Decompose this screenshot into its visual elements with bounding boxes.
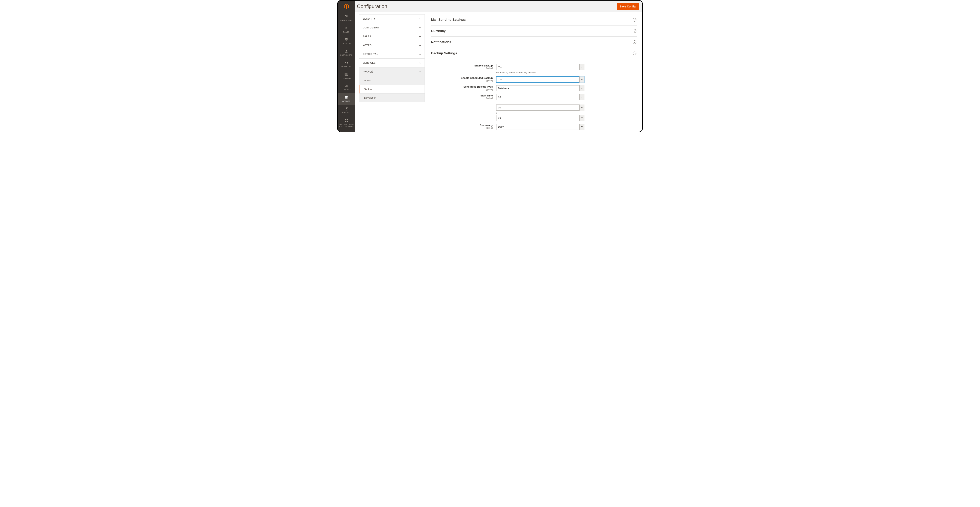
config-group-label: DOTDIGITAL xyxy=(363,53,378,56)
chevron-down-icon xyxy=(419,62,421,64)
section-notifications[interactable]: Notifications xyxy=(431,37,637,48)
scope-label: [global] xyxy=(431,97,493,99)
section-currency[interactable]: Currency xyxy=(431,26,637,37)
section-title: Mail Sending Settings xyxy=(431,18,466,22)
chevron-down-icon xyxy=(633,18,636,22)
config-item-system[interactable]: System xyxy=(359,85,425,94)
chevron-up-icon xyxy=(633,51,636,55)
config-group-yotpo[interactable]: YOTPO xyxy=(359,41,425,50)
nav-stores[interactable]: STORES xyxy=(338,93,355,105)
config-group-label: SALES xyxy=(363,35,371,38)
config-sidebar: SECURITYCUSTOMERSSALESYOTPODOTDIGITALSER… xyxy=(359,14,425,102)
start-time-mm-select[interactable]: 00 xyxy=(496,105,584,111)
page-header: Configuration Save Config xyxy=(355,1,642,12)
config-group-services[interactable]: SERVICES xyxy=(359,59,425,67)
svg-rect-11 xyxy=(345,121,346,122)
frequency-select[interactable]: Daily xyxy=(496,124,584,130)
partners-icon xyxy=(344,118,348,123)
enable-scheduled-label: Enable Scheduled Backup xyxy=(461,77,493,80)
svg-point-1 xyxy=(346,50,347,51)
section-mail-sending[interactable]: Mail Sending Settings xyxy=(431,14,637,26)
save-config-button[interactable]: Save Config xyxy=(617,3,639,10)
nav-system[interactable]: SYSTEM xyxy=(338,105,355,116)
svg-rect-7 xyxy=(347,85,347,87)
customers-icon xyxy=(344,49,348,53)
nav-label: FIND PARTNERS & EXTENSIONS xyxy=(339,123,354,128)
magento-logo[interactable] xyxy=(338,1,355,12)
backup-settings-body: Enable Backup [global] Yes Disabled by d… xyxy=(431,59,637,132)
svg-text:$: $ xyxy=(345,26,347,30)
nav-marketing[interactable]: MARKETING xyxy=(338,59,355,70)
content-icon xyxy=(344,72,348,77)
chevron-down-icon xyxy=(419,18,421,20)
chevron-down-icon xyxy=(633,40,636,44)
svg-rect-10 xyxy=(347,119,348,120)
section-title: Backup Settings xyxy=(431,51,457,55)
chevron-down-icon xyxy=(419,35,421,38)
nav-label: SALES xyxy=(343,31,350,33)
reports-icon xyxy=(344,84,348,88)
nav-label: MARKETING xyxy=(340,66,352,68)
config-group-label: AVANCÉ xyxy=(363,70,373,73)
nav-reports[interactable]: REPORTS xyxy=(338,82,355,93)
frequency-label: Frequency xyxy=(480,124,493,127)
catalog-icon xyxy=(344,37,348,42)
chevron-down-icon xyxy=(419,26,421,29)
nav-label: CATALOG xyxy=(342,43,351,45)
start-time-hh-select[interactable]: 00 xyxy=(496,94,584,100)
config-group-label: SECURITY xyxy=(363,18,375,20)
marketing-icon xyxy=(344,61,348,65)
chevron-down-icon xyxy=(419,53,421,56)
system-icon xyxy=(344,107,348,111)
nav-label: REPORTS xyxy=(342,89,351,91)
enable-backup-note: Disabled by default for security reasons… xyxy=(496,71,584,74)
config-item-developer[interactable]: Developer xyxy=(359,94,425,102)
config-group-dotdigital[interactable]: DOTDIGITAL xyxy=(359,50,425,59)
chevron-down-icon xyxy=(419,44,421,47)
nav-customers[interactable]: CUSTOMERS xyxy=(338,47,355,59)
svg-rect-3 xyxy=(345,73,347,74)
section-backup-settings[interactable]: Backup Settings xyxy=(431,48,637,59)
enable-scheduled-select[interactable]: Yes xyxy=(496,77,584,83)
enable-backup-label: Enable Backup xyxy=(474,64,493,67)
nav-partners[interactable]: FIND PARTNERS & EXTENSIONS xyxy=(338,116,355,130)
scope-label: [global] xyxy=(431,80,493,82)
sales-icon: $ xyxy=(344,26,348,30)
nav-label: CONTENT xyxy=(342,77,351,80)
scheduled-type-select[interactable]: Database xyxy=(496,85,584,91)
page-title: Configuration xyxy=(357,3,387,10)
time-separator: : xyxy=(496,101,584,104)
svg-rect-6 xyxy=(346,85,347,87)
chevron-down-icon xyxy=(633,29,636,33)
stores-icon xyxy=(344,95,348,99)
config-group-customers[interactable]: CUSTOMERS xyxy=(359,23,425,32)
start-time-ss-select[interactable]: 00 xyxy=(496,115,584,121)
enable-backup-select[interactable]: Yes xyxy=(496,64,584,70)
nav-catalog[interactable]: CATALOG xyxy=(338,35,355,47)
section-title: Currency xyxy=(431,29,446,33)
admin-nav: DASHBOARD$SALESCATALOGCUSTOMERSMARKETING… xyxy=(338,1,355,132)
start-time-label: Start Time xyxy=(480,94,493,97)
nav-label: STORES xyxy=(342,100,350,102)
config-group-label: CUSTOMERS xyxy=(363,26,379,29)
config-group-security[interactable]: SECURITY xyxy=(359,14,425,23)
nav-dashboard[interactable]: DASHBOARD xyxy=(338,12,355,24)
svg-rect-9 xyxy=(345,119,346,120)
dashboard-icon xyxy=(344,14,348,19)
time-separator: : xyxy=(496,112,584,114)
nav-sales[interactable]: $SALES xyxy=(338,24,355,35)
svg-rect-12 xyxy=(347,121,348,122)
scheduled-type-label: Scheduled Backup Type xyxy=(463,85,493,88)
config-group-sales[interactable]: SALES xyxy=(359,32,425,41)
svg-point-8 xyxy=(346,108,347,109)
config-group-label: SERVICES xyxy=(363,62,375,64)
config-group-label: YOTPO xyxy=(363,44,372,47)
nav-content[interactable]: CONTENT xyxy=(338,70,355,82)
svg-rect-4 xyxy=(345,74,347,75)
config-item-admin[interactable]: Admin xyxy=(359,76,425,85)
magento-icon xyxy=(344,4,349,9)
nav-label: DASHBOARD xyxy=(340,19,353,22)
config-group-avancé[interactable]: AVANCÉ xyxy=(359,67,425,76)
nav-label: CUSTOMERS xyxy=(340,54,352,56)
svg-rect-5 xyxy=(345,86,345,87)
